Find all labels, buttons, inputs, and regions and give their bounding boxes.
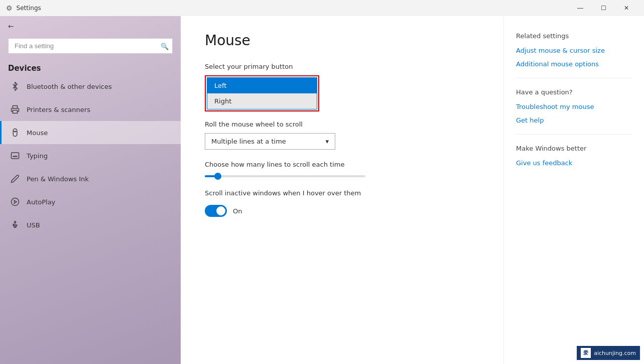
sidebar-section-title: Devices [0,60,181,75]
scroll-label: Roll the mouse wheel to scroll [205,120,479,128]
close-button[interactable]: ✕ [615,0,638,16]
back-arrow-icon: ← [8,22,14,30]
sidebar-item-label-mouse: Mouse [27,129,48,137]
sidebar-item-autoplay[interactable]: AutoPlay [0,190,181,213]
divider-1 [516,78,632,78]
slider-thumb[interactable] [214,173,221,180]
sidebar-item-label-typing: Typing [27,152,48,160]
main-content: Mouse Select your primary button Left Ri… [181,16,503,364]
sidebar-item-usb[interactable]: USB [0,213,181,236]
divider-2 [516,134,632,135]
scroll-value: Multiple lines at a time [211,138,286,145]
sidebar-item-label-printers: Printers & scanners [27,106,90,113]
dropdown-open-container: Left Right [207,77,317,109]
window-controls: — ☐ ✕ [569,0,638,16]
printer-icon [10,104,21,115]
additional-options-link[interactable]: Additional mouse options [516,60,632,68]
right-panel: Related settings Adjust mouse & cursor s… [503,16,644,364]
sidebar-item-label-usb: USB [27,221,40,229]
autoplay-icon [10,196,21,207]
have-question-title: Have a question? [516,88,632,96]
feedback-link[interactable]: Give us feedback [516,159,632,167]
sidebar-item-mouse[interactable]: Mouse [0,121,181,144]
sidebar-item-bluetooth[interactable]: Bluetooth & other devices [0,75,181,98]
toggle-thumb [216,206,225,215]
sidebar-item-label-bluetooth: Bluetooth & other devices [27,83,112,90]
toggle-state-label: On [233,207,242,215]
search-icon[interactable]: 🔍 [161,42,169,50]
bluetooth-icon [10,81,21,92]
svg-point-10 [12,198,19,206]
page-title: Mouse [205,32,479,49]
typing-icon [10,150,21,161]
pen-icon [10,173,21,184]
search-box: 🔍 [8,38,173,54]
dropdown-option-right[interactable]: Right [207,93,317,109]
watermark-text: aichunjing.com [594,350,636,356]
minimize-button[interactable]: — [569,0,592,16]
sidebar-item-printers[interactable]: Printers & scanners [0,98,181,121]
scroll-lines-slider[interactable] [205,175,365,177]
usb-icon [10,219,21,230]
sidebar: ← 🔍 Devices Bluetooth & other devices [0,16,181,364]
chevron-down-icon: ▾ [325,138,329,145]
sidebar-item-typing[interactable]: Typing [0,144,181,167]
scroll-dropdown[interactable]: Multiple lines at a time ▾ [205,133,335,150]
titlebar-title: Settings [17,5,41,12]
sidebar-item-label-pen: Pen & Windows Ink [27,175,89,183]
scroll-inactive-toggle[interactable] [205,205,227,217]
primary-button-label: Select your primary button [205,63,479,70]
settings-icon: ⚙ [6,4,13,12]
maximize-button[interactable]: ☐ [592,0,615,16]
watermark-logo: 爱 [581,348,591,358]
primary-button-dropdown-highlight: Left Right [205,75,319,111]
sidebar-item-label-autoplay: AutoPlay [27,198,55,206]
get-help-link[interactable]: Get help [516,116,632,124]
watermark: 爱 aichunjing.com [577,346,640,360]
svg-marker-11 [15,200,17,203]
titlebar: ⚙ Settings — ☐ ✕ [0,0,644,16]
dropdown-option-left[interactable]: Left [207,78,317,93]
slider-track [205,175,365,177]
back-button[interactable]: ← [0,16,181,36]
mouse-icon [10,127,21,138]
search-input[interactable] [8,38,173,54]
lines-label: Choose how many lines to scroll each tim… [205,161,479,168]
sidebar-item-pen[interactable]: Pen & Windows Ink [0,167,181,190]
svg-rect-4 [12,153,19,159]
scroll-toggle-row: On [205,205,479,217]
app-body: ← 🔍 Devices Bluetooth & other devices [0,16,644,364]
make-windows-better-title: Make Windows better [516,145,632,152]
hover-label: Scroll inactive windows when I hover ove… [205,189,479,197]
adjust-cursor-link[interactable]: Adjust mouse & cursor size [516,47,632,54]
primary-button-dropdown[interactable]: Left Right [207,77,317,109]
troubleshoot-link[interactable]: Troubleshoot my mouse [516,103,632,110]
svg-rect-0 [13,110,18,113]
related-settings-title: Related settings [516,32,632,40]
